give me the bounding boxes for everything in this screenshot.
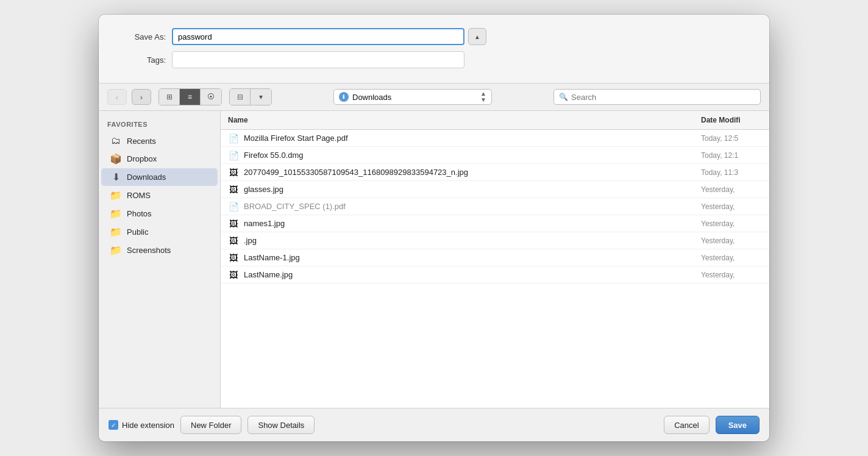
public-folder-icon: 📁 [110, 226, 122, 238]
back-button[interactable]: ‹ [107, 89, 127, 105]
table-row[interactable]: 🖼 LastName-1.jpg Yesterday, [221, 249, 769, 266]
sidebar-photos-label: Photos [127, 209, 151, 218]
file-name-cell: 🖼 20770499_10155330587109543_11680989298… [221, 165, 696, 180]
sidebar-item-roms[interactable]: 📁 ROMS [101, 187, 218, 204]
save-as-row: Save As: ▲ [117, 28, 751, 45]
split-view-group: ⊟ ▾ [229, 88, 272, 105]
file-date-cell: Yesterday, [696, 268, 769, 282]
expand-button[interactable]: ▲ [468, 28, 486, 45]
file-name-cell: 📄 Firefox 55.0.dmg [221, 148, 696, 163]
gallery-button[interactable]: ⊟ [230, 89, 251, 105]
location-picker[interactable]: ⬇ Downloads ▲▼ [333, 89, 492, 105]
save-as-input[interactable] [172, 28, 464, 45]
sidebar-item-downloads[interactable]: ⬇ Downloads [101, 168, 218, 186]
gallery-icon: ⊟ [237, 93, 243, 101]
save-dialog: Save As: ▲ Tags: ‹ › ⊞ ≡ [99, 15, 769, 441]
table-row[interactable]: 🖼 20770499_10155330587109543_11680989298… [221, 164, 769, 181]
sidebar-item-screenshots[interactable]: 📁 Screenshots [101, 241, 218, 259]
grid-view-button[interactable]: ⊞ [159, 89, 180, 105]
file-name-label: 20770499_10155330587109543_1168098929833… [244, 168, 468, 177]
roms-folder-icon: 📁 [110, 190, 122, 201]
grid-icon: ⊞ [166, 93, 173, 101]
file-name-label: Firefox 55.0.dmg [244, 151, 304, 160]
view-toggle-group: ⊞ ≡ ⦿ [158, 88, 222, 105]
tags-input[interactable] [172, 51, 464, 68]
dialog-header: Save As: ▲ Tags: [99, 15, 769, 84]
sidebar-item-photos[interactable]: 📁 Photos [101, 205, 218, 223]
sidebar-item-dropbox[interactable]: 📦 Dropbox [101, 150, 218, 168]
tags-row: Tags: [117, 51, 751, 68]
file-name-label: LastName.jpg [244, 270, 293, 279]
file-date-cell: Yesterday, [696, 183, 769, 196]
table-row[interactable]: 📄 Firefox 55.0.dmg Today, 12:1 [221, 147, 769, 164]
file-type-icon: 🖼 [228, 270, 239, 280]
col-name-header: Name [221, 113, 696, 127]
file-name-label: glasses.jpg [244, 185, 283, 194]
hide-extension-checkbox[interactable]: ✓ [108, 420, 118, 430]
file-name-cell: 📄 Mozilla Firefox Start Page.pdf [221, 131, 696, 146]
file-type-icon: 🖼 [228, 168, 239, 177]
sidebar: Favorites 🗂 Recents 📦 Dropbox ⬇ Download… [99, 111, 221, 408]
new-folder-button[interactable]: New Folder [180, 416, 241, 434]
location-name: Downloads [352, 93, 477, 102]
sidebar-recents-label: Recents [127, 137, 156, 146]
gallery-arrow-button[interactable]: ▾ [251, 89, 271, 105]
file-name-label: BROAD_CITY_SPEC (1).pdf [244, 202, 346, 211]
file-name-label: Mozilla Firefox Start Page.pdf [244, 134, 348, 143]
table-row[interactable]: 🖼 glasses.jpg Yesterday, [221, 181, 769, 198]
file-name-cell: 🖼 .jpg [221, 233, 696, 248]
toolbar: ‹ › ⊞ ≡ ⦿ ⊟ ▾ ⬇ Downloads [99, 84, 769, 111]
save-as-controls: ▲ [172, 28, 486, 45]
bottom-bar: ✓ Hide extension New Folder Show Details… [99, 408, 769, 441]
location-folder-icon: ⬇ [339, 92, 349, 102]
column-view-button[interactable]: ⦿ [201, 89, 221, 105]
cancel-button[interactable]: Cancel [664, 416, 709, 434]
file-type-icon: 📄 [228, 202, 239, 212]
save-as-label: Save As: [117, 32, 166, 41]
search-box: 🔍 [553, 89, 761, 105]
downloads-icon: ⬇ [110, 171, 122, 183]
photos-folder-icon: 📁 [110, 208, 122, 219]
show-details-button[interactable]: Show Details [247, 416, 315, 434]
tags-label: Tags: [117, 55, 166, 65]
sidebar-public-label: Public [127, 227, 148, 237]
file-type-icon: 🖼 [228, 185, 239, 194]
file-type-icon: 📄 [228, 134, 239, 143]
list-icon: ≡ [188, 93, 192, 101]
content-area: Favorites 🗂 Recents 📦 Dropbox ⬇ Download… [99, 111, 769, 408]
table-row[interactable]: 🖼 .jpg Yesterday, [221, 232, 769, 249]
file-name-label: names1.jpg [244, 219, 285, 228]
table-row[interactable]: 🖼 names1.jpg Yesterday, [221, 215, 769, 232]
sidebar-section-favorites: Favorites [99, 118, 220, 132]
location-stepper-icon: ▲▼ [480, 91, 486, 103]
list-view-button[interactable]: ≡ [180, 89, 201, 105]
table-row[interactable]: 📄 Mozilla Firefox Start Page.pdf Today, … [221, 130, 769, 147]
sidebar-downloads-label: Downloads [127, 173, 166, 182]
forward-button[interactable]: › [132, 89, 151, 105]
file-type-icon: 📄 [228, 151, 239, 160]
table-row[interactable]: 🖼 LastName.jpg Yesterday, [221, 266, 769, 283]
file-name-cell: 🖼 names1.jpg [221, 216, 696, 231]
sidebar-screenshots-label: Screenshots [127, 246, 171, 255]
table-row[interactable]: 📄 BROAD_CITY_SPEC (1).pdf Yesterday, [221, 198, 769, 215]
file-list: Name Date Modifi 📄 Mozilla Firefox Start… [221, 111, 769, 408]
file-date-cell: Yesterday, [696, 200, 769, 213]
back-icon: ‹ [116, 93, 118, 102]
file-name-cell: 🖼 LastName.jpg [221, 268, 696, 282]
file-date-cell: Today, 11:3 [696, 166, 769, 179]
dropbox-icon: 📦 [110, 153, 122, 165]
sidebar-item-recents[interactable]: 🗂 Recents [101, 132, 218, 149]
file-name-cell: 📄 BROAD_CITY_SPEC (1).pdf [221, 199, 696, 214]
hide-extension-label: Hide extension [122, 421, 174, 430]
save-button[interactable]: Save [716, 416, 760, 434]
sidebar-item-public[interactable]: 📁 Public [101, 223, 218, 241]
file-list-header: Name Date Modifi [221, 111, 769, 130]
hide-extension-checkbox-row[interactable]: ✓ Hide extension [108, 420, 174, 430]
file-date-cell: Yesterday, [696, 251, 769, 265]
forward-icon: › [140, 93, 143, 102]
search-icon: 🔍 [559, 93, 568, 101]
file-rows-container: 📄 Mozilla Firefox Start Page.pdf Today, … [221, 130, 769, 283]
file-name-cell: 🖼 LastName-1.jpg [221, 251, 696, 265]
dropdown-arrow-icon: ▾ [259, 93, 263, 101]
search-input[interactable] [571, 93, 755, 102]
